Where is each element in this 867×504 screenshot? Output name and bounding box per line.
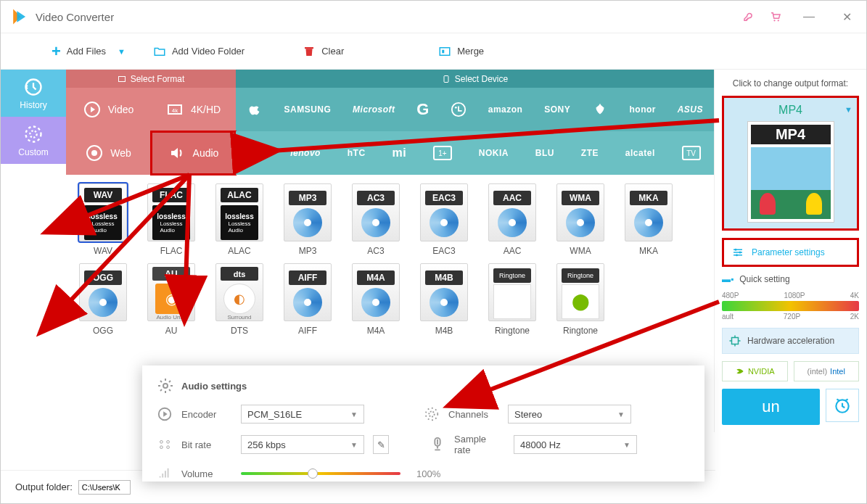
brand-asus[interactable]: ASUS bbox=[678, 104, 703, 115]
format-label: FLAC bbox=[160, 246, 183, 256]
device-brands-row1: SAMSUNG Microsoft G amazon SONY honor AS… bbox=[236, 88, 714, 131]
format-m4b[interactable]: M4BM4B bbox=[416, 263, 472, 336]
format-ringtone[interactable]: RingtoneRingtone bbox=[484, 263, 541, 336]
brand-nokia[interactable]: NOKIA bbox=[479, 148, 509, 158]
brand-microsoft[interactable]: Microsoft bbox=[353, 104, 395, 115]
minimize-button[interactable]: — bbox=[798, 10, 820, 23]
brand-sony[interactable]: SONY bbox=[544, 104, 570, 115]
output-folder-input[interactable] bbox=[78, 480, 131, 495]
format-label: AAC bbox=[504, 246, 522, 256]
encoder-select[interactable]: PCM_S16LE▼ bbox=[241, 405, 364, 424]
quality-slider[interactable] bbox=[722, 301, 859, 311]
lg-icon[interactable] bbox=[451, 102, 467, 117]
format-label: MP3 bbox=[299, 246, 317, 256]
brand-samsung[interactable]: SAMSUNG bbox=[284, 104, 332, 115]
format-wav[interactable]: WAVlosslessLosslessAudioWAV bbox=[75, 183, 131, 256]
brand-google[interactable]: G bbox=[416, 100, 429, 119]
brand-honor[interactable]: honor bbox=[630, 104, 657, 115]
custom-tab[interactable]: Custom bbox=[1, 117, 66, 164]
category-audio[interactable]: Audio bbox=[151, 131, 236, 175]
category-video[interactable]: Video bbox=[66, 88, 151, 131]
bitrate-label: Bit rate bbox=[181, 439, 232, 450]
format-label: AU bbox=[165, 326, 178, 336]
brand-oneplus[interactable]: 1+ bbox=[433, 146, 452, 160]
format-wma[interactable]: WMAWMA bbox=[552, 183, 609, 256]
format-aac[interactable]: AACAAC bbox=[484, 183, 541, 256]
encoder-label: Encoder bbox=[181, 409, 232, 420]
bitrate-select[interactable]: 256 kbps▼ bbox=[241, 435, 364, 454]
brand-htc[interactable]: hTC bbox=[348, 148, 366, 158]
format-m4a[interactable]: M4AM4A bbox=[348, 263, 404, 336]
alarm-clock-icon bbox=[833, 396, 852, 415]
chrome-icon bbox=[86, 144, 103, 162]
add-folder-button[interactable]: Add Video Folder bbox=[144, 41, 253, 62]
brand-lenovo[interactable]: lenovo bbox=[290, 148, 321, 158]
format-mp3[interactable]: MP3MP3 bbox=[279, 183, 336, 256]
folder-icon bbox=[153, 45, 166, 58]
format-au[interactable]: AU◉Audio UnitsAU bbox=[143, 263, 200, 336]
play-circle-icon bbox=[83, 101, 101, 118]
trash-icon bbox=[303, 45, 316, 58]
nvidia-chip[interactable]: NVIDIA bbox=[722, 361, 788, 381]
brand-blu[interactable]: BLU bbox=[535, 148, 554, 158]
svg-point-18 bbox=[735, 249, 737, 251]
format-ringtone[interactable]: Ringtone⬤Ringtone bbox=[552, 263, 609, 336]
right-panel: Click to change output format: MP4 ▼ MP4… bbox=[714, 70, 866, 432]
merge-button[interactable]: Merge bbox=[430, 41, 493, 62]
run-button[interactable]: un bbox=[722, 389, 820, 425]
svg-point-16 bbox=[91, 150, 97, 156]
hardware-accel-button[interactable]: Hardware acceleration bbox=[722, 328, 859, 354]
cart-icon[interactable] bbox=[769, 10, 782, 23]
output-format-card[interactable]: MP4 ▼ MP4 bbox=[722, 96, 859, 231]
bitrate-edit-button[interactable]: ✎ bbox=[373, 435, 389, 454]
volume-slider[interactable] bbox=[241, 472, 400, 475]
brand-amazon[interactable]: amazon bbox=[488, 104, 523, 115]
brand-tv[interactable]: TV bbox=[682, 146, 701, 160]
clear-label: Clear bbox=[321, 46, 344, 57]
google-circle-icon[interactable] bbox=[249, 146, 263, 160]
format-aiff[interactable]: AIFFAIFF bbox=[279, 263, 336, 336]
nvidia-icon bbox=[735, 366, 745, 376]
category-4k[interactable]: 4k 4K/HD bbox=[151, 88, 236, 131]
quality-ticks-bot: ault720P2K bbox=[722, 313, 859, 321]
svg-rect-3 bbox=[440, 47, 451, 55]
brand-alcatel[interactable]: alcatel bbox=[625, 148, 655, 158]
format-ac3[interactable]: AC3AC3 bbox=[348, 183, 404, 256]
format-mka[interactable]: MKAMKA bbox=[620, 183, 677, 256]
svg-point-26 bbox=[426, 408, 438, 421]
parameter-settings-button[interactable]: Parameter settings bbox=[722, 238, 859, 267]
huawei-icon[interactable] bbox=[592, 102, 608, 117]
channels-select[interactable]: Stereo▼ bbox=[508, 405, 631, 424]
brand-mi[interactable]: mi bbox=[392, 146, 406, 160]
intel-chip[interactable]: (intel) Intel bbox=[794, 361, 860, 381]
format-label: OGG bbox=[93, 326, 113, 336]
schedule-button[interactable] bbox=[826, 389, 859, 422]
format-header-icon bbox=[118, 75, 126, 83]
format-label: WAV bbox=[94, 246, 112, 256]
svg-rect-2 bbox=[305, 47, 313, 49]
svg-point-0 bbox=[773, 20, 775, 21]
history-tab[interactable]: History bbox=[1, 70, 66, 117]
samplerate-select[interactable]: 48000 Hz▼ bbox=[514, 435, 637, 454]
format-eac3[interactable]: EAC3EAC3 bbox=[416, 183, 472, 256]
add-files-dropdown-icon[interactable]: ▼ bbox=[118, 47, 126, 56]
apple-icon[interactable] bbox=[247, 102, 263, 117]
format-dts[interactable]: dts◐SurroundDTS bbox=[211, 263, 268, 336]
add-files-button[interactable]: + Add Files bbox=[43, 39, 115, 64]
close-button[interactable]: ✕ bbox=[836, 10, 858, 24]
svg-point-30 bbox=[167, 446, 170, 449]
clear-button[interactable]: Clear bbox=[294, 41, 353, 62]
key-icon[interactable] bbox=[740, 10, 753, 23]
format-flac[interactable]: FLAClosslessLosslessAudioFLAC bbox=[143, 183, 200, 256]
app-title: Video Converter bbox=[36, 11, 740, 23]
format-label: DTS bbox=[231, 326, 248, 336]
svg-point-6 bbox=[30, 131, 36, 137]
brand-zte[interactable]: ZTE bbox=[581, 148, 599, 158]
custom-label: Custom bbox=[18, 147, 48, 157]
format-label: AIFF bbox=[298, 326, 317, 336]
format-ogg[interactable]: OGGOGG bbox=[75, 263, 131, 336]
category-web[interactable]: Web bbox=[66, 131, 151, 175]
format-alac[interactable]: ALAClosslessLosslessAudioALAC bbox=[211, 183, 268, 256]
add-folder-label: Add Video Folder bbox=[172, 46, 245, 57]
volume-percent: 100% bbox=[416, 468, 440, 479]
